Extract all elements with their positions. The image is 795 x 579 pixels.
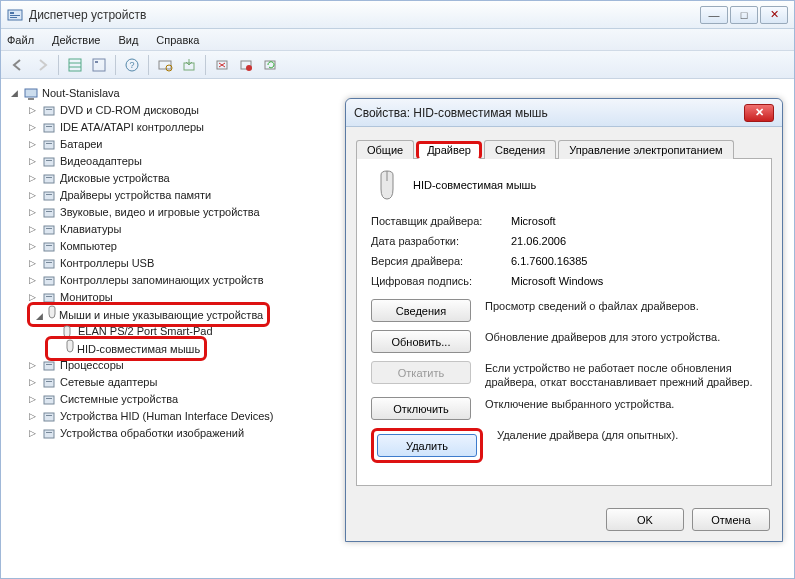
expand-icon[interactable]: ▷ [27,173,38,184]
menu-help[interactable]: Справка [156,34,199,46]
maximize-button[interactable]: □ [730,6,758,24]
forward-button[interactable] [31,54,53,76]
svg-rect-54 [44,430,54,438]
device-category-icon [42,138,56,152]
expand-icon[interactable]: ▷ [27,411,38,422]
dialog-close-button[interactable]: ✕ [744,104,774,122]
tree-item-label: Видеоадаптеры [60,153,142,170]
device-category-icon [42,376,56,390]
tree-item-label: Процессоры [60,357,124,374]
svg-rect-2 [10,15,20,16]
disable-device-button[interactable]: Отключить [371,397,471,420]
svg-rect-20 [25,89,37,97]
svg-rect-39 [46,245,52,246]
tabs: Общие Драйвер Сведения Управление электр… [356,135,772,159]
date-label: Дата разработки: [371,235,511,247]
minimize-button[interactable]: — [700,6,728,24]
scan-button[interactable] [154,54,176,76]
rollback-driver-desc: Если устройство не работает после обновл… [485,361,757,389]
tree-item-label: Контроллеры USB [60,255,154,272]
expand-icon[interactable]: ▷ [27,105,38,116]
disable-button[interactable] [235,54,257,76]
svg-rect-8 [95,61,98,63]
expand-icon[interactable]: ▷ [27,377,38,388]
svg-rect-40 [44,260,54,268]
expand-icon[interactable]: ▷ [27,190,38,201]
svg-rect-27 [46,143,52,144]
uninstall-highlight: Удалить [371,428,483,463]
expand-icon[interactable]: ▷ [27,241,38,252]
svg-rect-31 [46,177,52,178]
tree-item-label: Системные устройства [60,391,178,408]
uninstall-driver-button[interactable]: Удалить [377,434,477,457]
driver-panel: HID-совместимая мышь Поставщик драйвера:… [356,159,772,486]
disable-device-desc: Отключение выбранного устройства. [485,397,757,411]
window-controls: — □ ✕ [700,6,788,24]
close-button[interactable]: ✕ [760,6,788,24]
list-view-button[interactable] [64,54,86,76]
menu-file[interactable]: Файл [7,34,34,46]
svg-rect-44 [44,294,54,302]
tab-power[interactable]: Управление электропитанием [558,140,733,159]
update-button[interactable] [178,54,200,76]
mouse-icon [45,305,59,319]
spacer [52,342,63,353]
device-category-icon [42,172,56,186]
refresh-button[interactable] [259,54,281,76]
tab-general[interactable]: Общие [356,140,414,159]
device-category-icon [42,410,56,424]
back-button[interactable] [7,54,29,76]
ok-button[interactable]: OK [606,508,684,531]
expand-icon[interactable]: ▷ [27,156,38,167]
expand-icon[interactable]: ▷ [27,428,38,439]
expand-icon[interactable]: ▷ [27,122,38,133]
driver-details-desc: Просмотр сведений о файлах драйверов. [485,299,757,313]
svg-rect-52 [44,413,54,421]
svg-rect-29 [46,160,52,161]
properties-button[interactable] [88,54,110,76]
tree-item-label: IDE ATA/ATAPI контроллеры [60,119,204,136]
menu-view[interactable]: Вид [118,34,138,46]
svg-text:?: ? [129,60,134,70]
collapse-icon[interactable]: ◢ [9,88,20,99]
toolbar-separator [148,55,149,75]
expand-icon[interactable]: ▷ [27,360,38,371]
device-category-icon [42,104,56,118]
svg-rect-55 [46,432,52,433]
toolbar-separator [115,55,116,75]
dialog-title: Свойства: HID-совместимая мышь [354,106,744,120]
titlebar: Диспетчер устройств — □ ✕ [1,1,794,29]
expand-icon[interactable]: ▷ [27,258,38,269]
svg-rect-26 [44,141,54,149]
svg-rect-38 [44,243,54,251]
update-driver-button[interactable]: Обновить... [371,330,471,353]
expand-icon[interactable]: ▷ [27,394,38,405]
tree-root-label: Nout-Stanislava [42,85,120,102]
collapse-icon[interactable]: ◢ [34,311,45,322]
expand-icon[interactable]: ▷ [27,139,38,150]
menu-action[interactable]: Действие [52,34,100,46]
device-category-icon [63,339,77,353]
tree-item-label: Клавиатуры [60,221,121,238]
version-label: Версия драйвера: [371,255,511,267]
svg-rect-1 [10,12,14,14]
expand-icon[interactable]: ▷ [27,275,38,286]
expand-icon[interactable]: ▷ [27,207,38,218]
device-category-icon [42,206,56,220]
svg-rect-42 [44,277,54,285]
uninstall-driver-desc: Удаление драйвера (для опытных). [497,428,757,442]
signature-label: Цифровая подпись: [371,275,511,287]
help-button[interactable]: ? [121,54,143,76]
signature-value: Microsoft Windows [511,275,757,287]
svg-rect-23 [46,109,52,110]
tree-item-label: DVD и CD-ROM дисководы [60,102,199,119]
svg-rect-30 [44,175,54,183]
tab-details[interactable]: Сведения [484,140,556,159]
expand-icon[interactable]: ▷ [27,224,38,235]
cancel-button[interactable]: Отмена [692,508,770,531]
driver-details-button[interactable]: Сведения [371,299,471,322]
tree-item-label: Драйверы устройства памяти [60,187,211,204]
uninstall-button[interactable] [211,54,233,76]
tab-driver[interactable]: Драйвер [416,141,482,159]
toolbar-separator [205,55,206,75]
